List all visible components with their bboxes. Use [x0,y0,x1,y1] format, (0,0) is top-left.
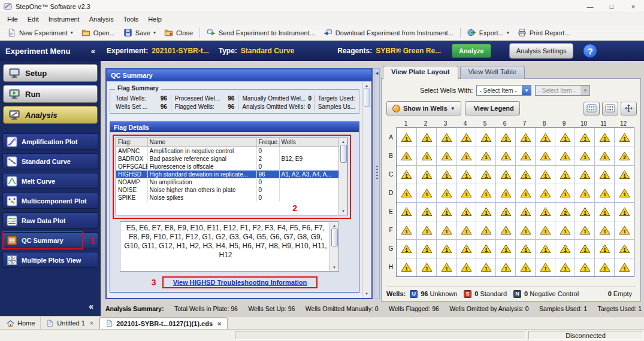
well-B1[interactable]: 1 [397,147,416,165]
sidebar-item-multiple-plots-view[interactable]: Multiple Plots View [2,252,98,268]
well-A6[interactable]: 1 [495,128,515,147]
well-B8[interactable]: 1 [535,147,555,165]
well-E8[interactable]: 1 [535,202,555,221]
scroll-up-icon[interactable]: ▲ [332,223,336,229]
well-H12[interactable]: 1 [614,258,634,276]
well-E5[interactable]: 1 [476,202,495,221]
well-A1[interactable]: 1 [397,128,416,147]
plate-col-10[interactable]: 10 [574,119,594,127]
well-D2[interactable]: 1 [416,184,436,202]
plate-row-B[interactable]: B [386,147,395,165]
help-icon[interactable]: ? [583,44,597,58]
scroll-down-icon[interactable]: ▼ [332,264,336,270]
tab-home[interactable]: Home [1,317,41,329]
print-report-button[interactable]: Print Report... [513,27,575,38]
well-C8[interactable]: 1 [535,165,555,184]
well-E1[interactable]: 1 [397,202,416,221]
well-F12[interactable]: 1 [614,221,634,239]
well-E11[interactable]: 1 [594,202,614,221]
sidebar-item-multicomponent-plot[interactable]: Multicomponent Plot [2,193,98,209]
analyze-button[interactable]: Analyze [452,44,491,58]
qc-panel-scrollbar[interactable]: ▲ ▼ [362,82,371,297]
well-E3[interactable]: 1 [436,202,456,221]
well-C10[interactable]: 1 [575,165,594,184]
well-C9[interactable]: 1 [555,165,575,184]
open-button[interactable]: Open... [77,27,119,38]
plate-row-D[interactable]: D [386,184,395,202]
tab-view-well-table[interactable]: View Well Table [460,66,525,79]
plate-row-A[interactable]: A [386,128,395,147]
well-H6[interactable]: 1 [495,258,515,276]
well-H10[interactable]: 1 [575,258,594,276]
sidebar-item-standard-curve[interactable]: Standard Curve [2,153,98,169]
well-E10[interactable]: 1 [575,202,594,221]
well-E6[interactable]: 1 [495,202,515,221]
well-B7[interactable]: 1 [515,147,535,165]
well-B5[interactable]: 1 [476,147,495,165]
well-H2[interactable]: 1 [416,258,436,276]
well-B6[interactable]: 1 [495,147,515,165]
well-H9[interactable]: 1 [555,258,575,276]
tab-untitled-1[interactable]: Untitled 1× [41,317,99,329]
plate-col-2[interactable]: 2 [416,119,436,127]
well-G5[interactable]: 1 [476,239,495,258]
minimize-icon[interactable]: — [579,0,601,13]
column-header-name[interactable]: Name [147,138,256,147]
well-F4[interactable]: 1 [456,221,476,239]
flag-table-scrollbar[interactable]: ▲ ▼ [338,138,347,215]
well-D4[interactable]: 1 [456,184,476,202]
well-A2[interactable]: 1 [416,128,436,147]
well-D5[interactable]: 1 [476,184,495,202]
well-C5[interactable]: 1 [476,165,495,184]
well-A10[interactable]: 1 [575,128,594,147]
scroll-up-icon[interactable]: ▲ [365,83,368,89]
flag-row-noise[interactable]: NOISENoise higher than others in plate0 [116,186,340,194]
well-D10[interactable]: 1 [575,184,594,202]
column-header-freque[interactable]: Freque... [256,138,279,147]
scroll-thumb[interactable] [340,145,347,163]
well-G6[interactable]: 1 [495,239,515,258]
well-D6[interactable]: 1 [495,184,515,202]
sidebar-item-melt-curve[interactable]: Melt Curve [2,173,98,189]
well-B12[interactable]: 2 [614,147,634,165]
plate-row-H[interactable]: H [386,258,395,276]
well-A9[interactable]: 1 [555,128,575,147]
close-tab-icon[interactable]: × [217,320,221,327]
well-F8[interactable]: 1 [535,221,555,239]
well-G2[interactable]: 1 [416,239,436,258]
well-H11[interactable]: 1 [594,258,614,276]
plate-col-8[interactable]: 8 [534,119,554,127]
well-F9[interactable]: 1 [555,221,575,239]
sidebar-collapse-icon[interactable]: « [89,302,93,311]
well-G12[interactable]: 1 [614,239,634,258]
close-button[interactable]: Close [160,27,197,38]
plate-col-9[interactable]: 9 [554,119,574,127]
well-F3[interactable]: 1 [436,221,456,239]
well-E9[interactable]: 2 [555,202,575,221]
well-H7[interactable]: 1 [515,258,535,276]
menu-instrument[interactable]: Instrument [44,14,84,24]
well-B10[interactable]: 1 [575,147,594,165]
wells-list-scrollbar[interactable]: ▲ ▼ [329,222,338,271]
well-A4[interactable]: 1 [456,128,476,147]
plate-col-3[interactable]: 3 [436,119,455,127]
well-F7[interactable]: 1 [515,221,535,239]
plate-col-6[interactable]: 6 [495,119,515,127]
plate-tool-button-1[interactable] [583,102,600,115]
well-F1[interactable]: 1 [397,221,416,239]
scroll-thumb[interactable] [331,229,338,246]
well-D3[interactable]: 1 [436,184,456,202]
splitter-handle[interactable] [376,166,378,180]
well-H4[interactable]: 1 [456,258,476,276]
experiment-menu-header[interactable]: Experiment Menu « [0,41,101,61]
well-A12[interactable]: 1 [614,128,634,147]
flag-row-noamp[interactable]: NOAMPNo amplification0 [116,178,340,186]
well-F11[interactable]: 1 [594,221,614,239]
well-H1[interactable]: 1 [397,258,416,276]
plate-col-12[interactable]: 12 [613,119,633,127]
well-B2[interactable]: 1 [416,147,436,165]
select-wells-dropdown-1[interactable]: - Select Item - ▼ [476,85,531,96]
well-G9[interactable]: 1 [555,239,575,258]
well-C1[interactable]: 1 [397,165,416,184]
well-C6[interactable]: 1 [495,165,515,184]
